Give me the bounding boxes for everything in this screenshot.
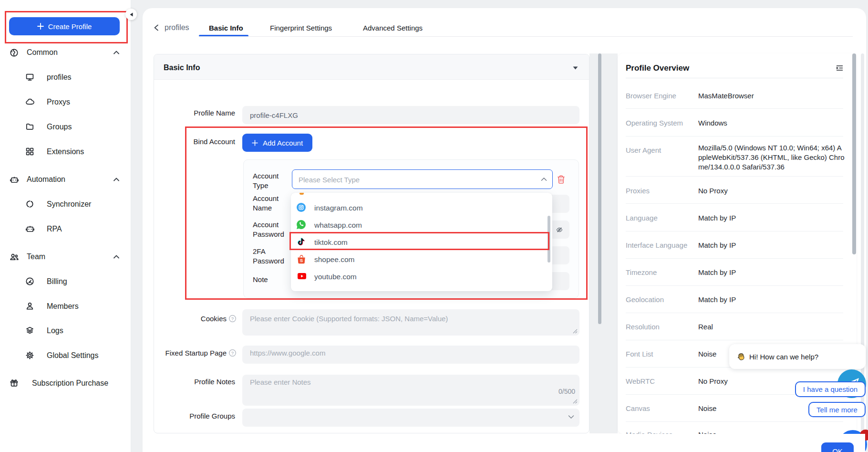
svg-text:?: ? (231, 350, 234, 356)
svg-text:?: ? (231, 316, 234, 321)
